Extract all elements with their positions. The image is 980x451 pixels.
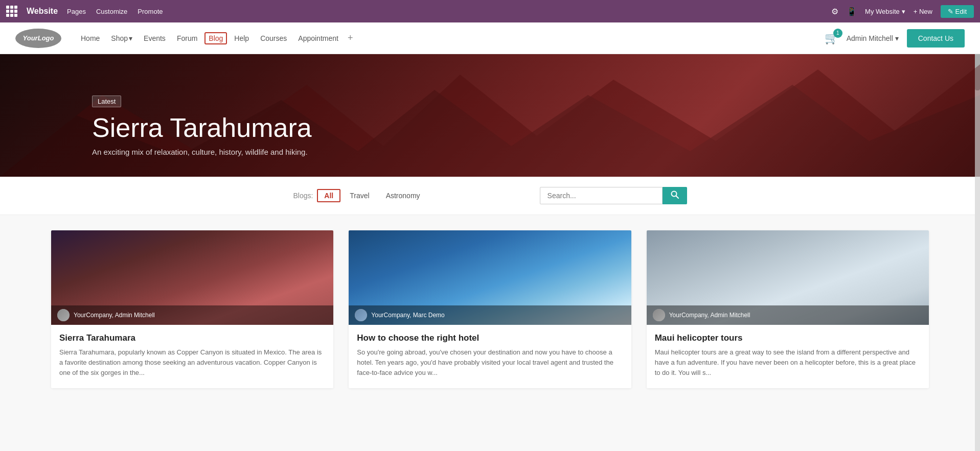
my-website-dropdown[interactable]: My Website ▾ (865, 8, 905, 15)
author-name-1: YourCompany, Admin Mitchell (74, 312, 155, 319)
card-image-wrap-2: YourCompany, Marc Demo (349, 230, 631, 325)
forum-link[interactable]: Forum (173, 32, 201, 44)
pages-link[interactable]: Pages (67, 8, 86, 15)
cards-grid: YourCompany, Admin Mitchell Sierra Tarah… (0, 215, 980, 409)
hero-subtitle: An exciting mix of relaxation, culture, … (92, 148, 312, 156)
card-body-2: How to choose the right hotel So you're … (349, 325, 631, 388)
contact-us-button[interactable]: Contact Us (907, 29, 965, 48)
cart-icon[interactable]: 🛒 1 (825, 32, 838, 45)
blog-card-3[interactable]: YourCompany, Admin Mitchell Maui helicop… (647, 230, 929, 388)
card-image-wrap-1: YourCompany, Admin Mitchell (51, 230, 333, 325)
user-name: Admin Mitchell (847, 34, 893, 42)
author-name-2: YourCompany, Marc Demo (371, 312, 444, 319)
search-icon (671, 191, 679, 199)
blog-link[interactable]: Blog (204, 32, 227, 44)
card-author-bar-1: YourCompany, Admin Mitchell (51, 305, 333, 325)
blog-card-1[interactable]: YourCompany, Admin Mitchell Sierra Tarah… (51, 230, 333, 388)
nav-links: Home Shop ▾ Events Forum Blog Help Cours… (77, 32, 825, 44)
help-link[interactable]: Help (230, 32, 253, 44)
search-button[interactable] (663, 187, 687, 204)
shop-chevron-icon: ▾ (129, 34, 132, 42)
card-title-1: Sierra Tarahumara (59, 333, 325, 343)
author-avatar-1 (57, 309, 70, 321)
search-area (540, 187, 687, 204)
filter-bar: Blogs: All Travel Astronomy (0, 177, 980, 215)
filter-tab-astronomy[interactable]: Astronomy (379, 189, 427, 202)
svg-line-3 (676, 196, 678, 199)
card-excerpt-1: Sierra Tarahumara, popularly known as Co… (59, 347, 325, 378)
admin-bar: Website Pages Customize Promote ⚙ 📱 My W… (0, 0, 980, 22)
logo-area[interactable]: YourLogo (15, 29, 61, 48)
customize-link[interactable]: Customize (96, 8, 127, 15)
card-body-3: Maui helicopter tours Maui helicopter to… (647, 325, 929, 388)
author-avatar-2 (355, 309, 367, 321)
home-link[interactable]: Home (77, 32, 104, 44)
events-link[interactable]: Events (140, 32, 170, 44)
mobile-icon[interactable]: 📱 (847, 7, 857, 16)
card-author-bar-2: YourCompany, Marc Demo (349, 305, 631, 325)
edit-button[interactable]: ✎ Edit (941, 5, 974, 18)
new-button[interactable]: + New (914, 8, 932, 15)
card-title-2: How to choose the right hotel (357, 333, 623, 343)
admin-bar-left: Website Pages Customize Promote (6, 6, 163, 17)
search-input[interactable] (540, 187, 663, 204)
user-chevron-icon: ▾ (895, 34, 899, 42)
card-body-1: Sierra Tarahumara Sierra Tarahumara, pop… (51, 325, 333, 388)
promote-link[interactable]: Promote (138, 8, 163, 15)
hero-title: Sierra Tarahumara (92, 113, 312, 143)
card-excerpt-2: So you're going abroad, you've chosen yo… (357, 347, 623, 378)
blog-card-2[interactable]: YourCompany, Marc Demo How to choose the… (349, 230, 631, 388)
courses-link[interactable]: Courses (256, 32, 291, 44)
filter-tabs: All Travel Astronomy (317, 189, 427, 202)
user-dropdown[interactable]: Admin Mitchell ▾ (847, 34, 899, 42)
author-name-3: YourCompany, Admin Mitchell (669, 312, 750, 319)
appointment-link[interactable]: Appointment (294, 32, 343, 44)
grid-icon[interactable] (6, 6, 17, 17)
main-nav: YourLogo Home Shop ▾ Events Forum Blog H… (0, 22, 980, 54)
admin-bar-right: ⚙ 📱 My Website ▾ + New ✎ Edit (831, 5, 974, 18)
card-author-bar-3: YourCompany, Admin Mitchell (647, 305, 929, 325)
cart-badge: 1 (833, 29, 842, 38)
shop-link[interactable]: Shop ▾ (107, 32, 136, 44)
card-title-3: Maui helicopter tours (655, 333, 921, 343)
admin-nav: Pages Customize Promote (67, 8, 163, 15)
logo: YourLogo (15, 29, 61, 48)
card-excerpt-3: Maui helicopter tours are a great way to… (655, 347, 921, 378)
filter-tab-travel[interactable]: Travel (343, 189, 376, 202)
hero-content: Latest Sierra Tarahumara An exciting mix… (0, 96, 312, 161)
filter-tab-all[interactable]: All (317, 189, 340, 202)
site-name: Website (27, 7, 58, 16)
puzzle-icon[interactable]: ⚙ (831, 7, 838, 16)
author-avatar-3 (653, 309, 665, 321)
hero-badge: Latest (92, 96, 121, 107)
card-image-wrap-3: YourCompany, Admin Mitchell (647, 230, 929, 325)
my-website-label: My Website (865, 8, 900, 15)
logo-text: YourLogo (23, 34, 54, 42)
chevron-down-icon: ▾ (902, 8, 905, 15)
filter-label: Blogs: (293, 192, 313, 200)
nav-right: 🛒 1 Admin Mitchell ▾ Contact Us (825, 29, 965, 48)
shop-label: Shop (111, 34, 128, 42)
hero-section: Latest Sierra Tarahumara An exciting mix… (0, 54, 980, 177)
add-nav-icon[interactable]: + (348, 33, 353, 43)
